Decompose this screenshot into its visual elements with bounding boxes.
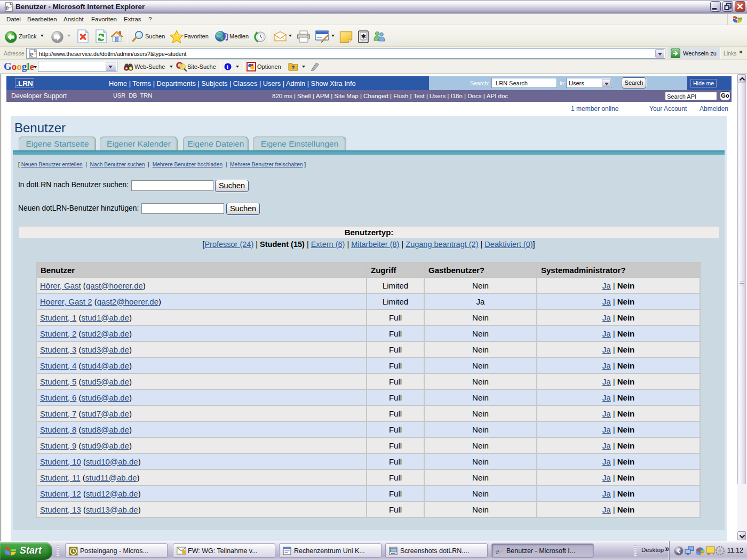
svg-text:e: e xyxy=(5,3,9,12)
svg-text:e: e xyxy=(496,547,499,556)
svg-text:i: i xyxy=(227,64,228,70)
svg-text:e: e xyxy=(30,50,33,58)
svg-text:✱: ✱ xyxy=(361,33,365,39)
